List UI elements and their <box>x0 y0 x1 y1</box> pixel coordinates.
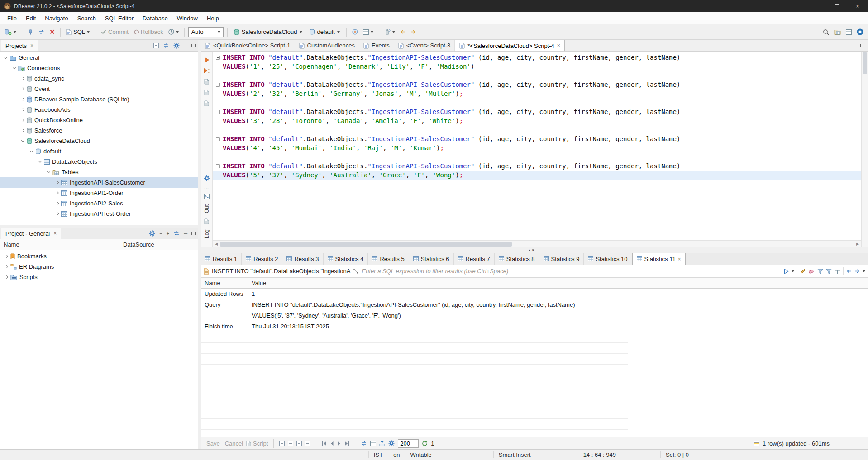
collapse-icon[interactable]: − <box>159 231 162 236</box>
menu-file[interactable]: File <box>3 15 21 22</box>
settings-icon[interactable] <box>149 230 155 237</box>
expander-icon[interactable] <box>5 254 9 259</box>
expander-icon[interactable] <box>38 160 43 164</box>
save-button[interactable]: Save <box>205 440 220 447</box>
expand-icon[interactable]: + <box>167 231 169 236</box>
tree-item[interactable]: Scripts <box>0 272 198 282</box>
script-manage-button[interactable] <box>204 98 209 109</box>
results-tab[interactable]: Results 7 <box>454 253 495 265</box>
maximize-view-icon[interactable] <box>191 44 196 47</box>
settings-icon[interactable] <box>173 43 180 49</box>
editor-tab[interactable]: Events <box>359 40 394 51</box>
add-row-button[interactable] <box>288 441 293 446</box>
editor-tab[interactable]: CustomAudiences <box>295 40 360 51</box>
filter-settings-button[interactable] <box>826 269 832 274</box>
expander-icon[interactable] <box>5 275 9 280</box>
sql-editor[interactable]: INSERT INTO "default".DataLakeObjects."I… <box>213 52 861 240</box>
code-line[interactable]: VALUES('2', '32', 'Berlin', 'Germany', '… <box>213 89 861 98</box>
chevron-down-icon[interactable] <box>792 270 794 272</box>
code-line[interactable]: INSERT INTO "default".DataLakeObjects."I… <box>213 134 861 143</box>
expander-icon[interactable] <box>21 108 25 112</box>
forward-button[interactable] <box>409 28 418 36</box>
code-line[interactable] <box>213 71 861 80</box>
tree-item[interactable]: Tables <box>0 167 198 177</box>
statement-tools-button[interactable] <box>204 87 209 98</box>
previous-row-button[interactable] <box>330 441 334 446</box>
editor-tab[interactable]: *<SalesforceDataCloud> Script-4× <box>455 40 565 51</box>
tree-item[interactable]: FacebookAds <box>0 104 198 115</box>
format-sql-button[interactable] <box>383 28 397 36</box>
execute-statement-button[interactable] <box>204 54 210 65</box>
close-icon[interactable]: × <box>678 256 681 262</box>
fold-icon[interactable] <box>216 110 220 114</box>
code-line[interactable]: INSERT INTO "default".DataLakeObjects."I… <box>213 80 861 89</box>
column-header-name[interactable]: Name <box>0 241 119 248</box>
scroll-right-icon[interactable]: ▶ <box>854 242 861 246</box>
tree-item[interactable]: IngestionAPITest-Order <box>0 209 198 219</box>
code-line[interactable]: VALUES('5', '37', 'Sydney', 'Australia',… <box>213 171 861 180</box>
grid-row[interactable]: VALUES('5', '37', 'Sydney', 'Australia',… <box>201 310 628 321</box>
results-tab[interactable]: Results 3 <box>282 253 323 265</box>
rollback-button[interactable]: Rollback <box>132 27 165 37</box>
new-connection-button[interactable] <box>3 28 18 37</box>
scrollbar-thumb[interactable] <box>220 242 512 247</box>
code-line[interactable]: INSERT INTO "default".DataLakeObjects."I… <box>213 53 861 62</box>
duplicate-row-button[interactable] <box>296 441 302 446</box>
expander-icon[interactable] <box>5 265 9 269</box>
close-button[interactable]: × <box>847 0 868 12</box>
expand-filter-button[interactable] <box>353 269 358 274</box>
fold-icon[interactable] <box>216 137 220 141</box>
view-settings-button[interactable] <box>835 269 840 274</box>
minimize-editor-icon[interactable]: ─ <box>853 43 857 48</box>
log-tab[interactable]: Log <box>204 229 210 238</box>
close-icon[interactable]: × <box>30 43 33 49</box>
sash-down-icon[interactable]: ▾ <box>532 247 534 253</box>
edit-value-button[interactable] <box>279 441 285 446</box>
cancel-button[interactable]: Cancel <box>223 440 243 447</box>
tree-item[interactable]: DBeaver Sample Database (SQLite) <box>0 94 198 104</box>
tree-item[interactable]: IngestionAPI2-Sales <box>0 198 198 209</box>
code-line[interactable]: VALUES('4', '45', 'Mumbai', 'India', 'Ra… <box>213 143 861 152</box>
maximize-button[interactable] <box>826 0 847 12</box>
tree-item[interactable]: QuickBooksOnline <box>0 115 198 125</box>
code-line[interactable] <box>213 125 861 134</box>
last-row-button[interactable] <box>344 441 349 446</box>
fetch-size-input[interactable] <box>398 439 419 448</box>
code-line[interactable]: VALUES('3', '28', 'Toronto', 'Canada', '… <box>213 116 861 125</box>
editor-settings-button[interactable] <box>204 173 210 184</box>
tree-item[interactable]: cdata_sync <box>0 73 198 84</box>
back-button[interactable] <box>398 28 407 36</box>
edit-filter-button[interactable] <box>800 269 806 274</box>
menu-navigate[interactable]: Navigate <box>40 15 72 22</box>
expander-icon[interactable] <box>55 191 60 195</box>
menu-sql-editor[interactable]: SQL Editor <box>100 15 138 22</box>
vertical-scrollbar[interactable] <box>861 52 868 247</box>
caret-position[interactable]: 14 : 64 : 949 <box>578 451 621 458</box>
maximize-view-icon[interactable] <box>191 232 196 235</box>
expander-icon[interactable] <box>55 180 60 185</box>
tree-item[interactable]: Salesforce <box>0 125 198 136</box>
expander-icon[interactable] <box>55 212 60 216</box>
sql-editor-button[interactable]: SQL <box>64 27 91 37</box>
minimize-view-icon[interactable]: ─ <box>184 231 187 236</box>
link-icon[interactable] <box>173 231 180 236</box>
refresh-button[interactable] <box>422 441 428 446</box>
fold-icon[interactable] <box>216 83 220 87</box>
next-row-button[interactable] <box>337 441 341 446</box>
menu-help[interactable]: Help <box>202 15 224 22</box>
more-icon[interactable]: … <box>204 185 210 190</box>
tree-item[interactable]: DataLakeObjects <box>0 156 198 167</box>
grid-row[interactable]: Updated Rows1 <box>201 289 628 299</box>
toggle-layout-button[interactable] <box>361 441 367 446</box>
tree-item[interactable]: General <box>0 52 198 63</box>
projects-panel-tab[interactable]: Projects× <box>1 40 38 51</box>
results-tab[interactable]: Results 2 <box>242 253 282 265</box>
fold-icon[interactable] <box>216 56 220 60</box>
write-mode-indicator[interactable]: Writable <box>405 451 436 458</box>
tree-item[interactable]: Connections <box>0 63 198 73</box>
expander-icon[interactable] <box>21 87 25 91</box>
scrollbar-thumb[interactable] <box>863 52 867 74</box>
panels-toggle-button[interactable] <box>370 441 376 446</box>
first-row-button[interactable] <box>322 441 327 446</box>
tree-item[interactable]: IngestionAPI1-Order <box>0 188 198 198</box>
